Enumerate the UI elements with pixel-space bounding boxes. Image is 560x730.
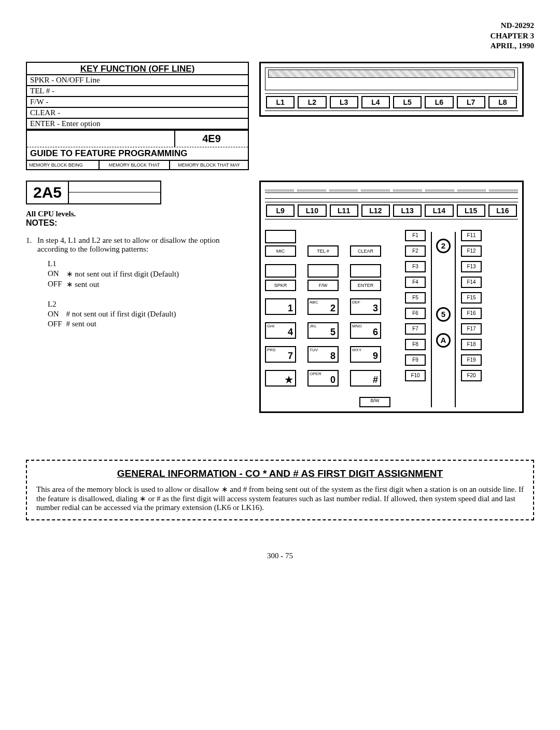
f-key[interactable]: F15 (461, 292, 482, 304)
line-button[interactable]: L16 (488, 204, 517, 217)
kf-guide: GUIDE TO FEATURE PROGRAMMING (27, 147, 248, 160)
line-button[interactable]: L1 (266, 96, 295, 108)
enter-key[interactable]: ENTER (350, 280, 381, 291)
dial-key-3[interactable]: DEF3 (350, 298, 381, 315)
doc-header: ND-20292 CHAPTER 3 APRIL, 1990 (26, 21, 534, 51)
fw-key[interactable]: F/W (307, 280, 339, 291)
line-button[interactable]: L13 (393, 204, 422, 217)
dial-key-4[interactable]: GHI4 (265, 322, 296, 339)
f-key[interactable]: F13 (461, 261, 482, 272)
f-key[interactable]: F18 (461, 339, 482, 350)
f-column-left: F1 F2 F3 F4 F5 F6 F7 F8 F9 F10 (405, 230, 426, 407)
page-number: 300 - 75 (26, 552, 534, 560)
option-table: L1 ON∗ not sent out if first digit (Defa… (48, 259, 183, 329)
circle-5[interactable]: 5 (436, 307, 451, 322)
lcd-display (265, 67, 518, 90)
opt-head: L1 (48, 259, 66, 269)
opt-desc: ∗ not sent out if first digit (Default) (66, 269, 184, 279)
blank-key[interactable] (265, 230, 296, 243)
general-info-title: GENERAL INFORMATION - CO * AND # AS FIRS… (36, 468, 524, 479)
f-key[interactable]: F5 (405, 292, 426, 304)
line-button[interactable]: L7 (457, 96, 485, 108)
kf-mem1: MEMORY BLOCK BEING (27, 161, 100, 169)
key-function-title: KEY FUNCTION (OFF LINE) (27, 63, 248, 75)
f-key[interactable]: F7 (405, 323, 426, 335)
clear-key[interactable]: CLEAR (350, 245, 381, 257)
f-key[interactable]: F8 (405, 339, 426, 350)
line-button[interactable]: L12 (361, 204, 390, 217)
opt-label: OFF (48, 319, 66, 329)
kf-line: F/W - (27, 97, 248, 108)
dial-key-5[interactable]: JKL5 (307, 322, 339, 339)
bw-key[interactable]: B/W (359, 397, 390, 407)
notes-heading: NOTES: (26, 218, 249, 228)
line-button[interactable]: L10 (298, 204, 326, 217)
dial-key-hash[interactable]: # (350, 370, 381, 387)
f-key[interactable]: F19 (461, 354, 482, 366)
line-button[interactable]: L5 (393, 96, 422, 108)
f-key[interactable]: F9 (405, 354, 426, 366)
dial-key-star[interactable]: ★ (265, 370, 296, 387)
line-button[interactable]: L4 (361, 96, 390, 108)
kf-line: SPKR - ON/OFF Line (27, 75, 248, 86)
general-info-body: This area of the memory block is used to… (36, 485, 524, 512)
tel-key[interactable]: TEL # (307, 245, 339, 257)
doc-id: ND-20292 (26, 21, 534, 31)
f-key[interactable]: F17 (461, 323, 482, 335)
phone-panel-top: L1 L2 L3 L4 L5 L6 L7 L8 (259, 62, 524, 117)
circle-a[interactable]: A (436, 333, 451, 348)
kf-mem2: MEMORY BLOCK THAT (100, 161, 170, 169)
f-key[interactable]: F4 (405, 277, 426, 288)
kf-line: CLEAR - (27, 108, 248, 119)
kf-code: 4E9 (175, 131, 248, 147)
f-key[interactable]: F10 (405, 370, 426, 381)
f-key[interactable]: F2 (405, 245, 426, 257)
dial-key-7[interactable]: PRS7 (265, 346, 296, 363)
blank-key[interactable] (265, 264, 296, 278)
line-button[interactable]: L8 (488, 96, 517, 108)
opt-label: ON (48, 309, 66, 319)
cpu-levels: All CPU levels. (26, 210, 249, 218)
dial-key-9[interactable]: WXY9 (350, 346, 381, 363)
dial-key-6[interactable]: MNO6 (350, 322, 381, 339)
line-button[interactable]: L6 (425, 96, 453, 108)
dial-key-2[interactable]: ABC2 (307, 298, 339, 315)
general-info-box: GENERAL INFORMATION - CO * AND # AS FIRS… (26, 460, 534, 520)
f-key[interactable]: F12 (461, 245, 482, 257)
doc-chapter: CHAPTER 3 (26, 31, 534, 42)
section-code: 2A5 (26, 181, 68, 204)
line-button[interactable]: L3 (330, 96, 358, 108)
f-key[interactable]: F11 (461, 230, 482, 241)
opt-label: OFF (48, 279, 66, 290)
section-code-empty (68, 181, 161, 204)
dial-key-8[interactable]: TUV8 (307, 346, 339, 363)
mic-key[interactable]: MIC (265, 245, 296, 257)
line-button-row: L1 L2 L3 L4 L5 L6 L7 L8 (265, 93, 518, 111)
lcd-line (268, 70, 515, 78)
blank-key[interactable] (350, 264, 381, 278)
f-key[interactable]: F16 (461, 308, 482, 319)
circle-2[interactable]: 2 (436, 239, 451, 253)
dial-key-1[interactable]: 1 (265, 298, 296, 315)
section-code-box: 2A5 (26, 181, 249, 204)
dial-key-0[interactable]: OPER0 (307, 370, 339, 387)
f-column-right: F11 F12 F13 F14 F15 F16 F17 F18 F19 F20 (461, 230, 482, 407)
line-button[interactable]: L11 (330, 204, 358, 217)
line-button[interactable]: L9 (266, 204, 295, 217)
kf-empty-cell (27, 131, 175, 147)
blank-key[interactable] (307, 264, 339, 278)
f-key[interactable]: F6 (405, 308, 426, 319)
f-key[interactable]: F3 (405, 261, 426, 272)
f-key[interactable]: F1 (405, 230, 426, 241)
line-button[interactable]: L14 (425, 204, 453, 217)
f-key[interactable]: F14 (461, 277, 482, 288)
phone-panel-bottom: L9 L10 L11 L12 L13 L14 L15 L16 MIC TEL #… (259, 181, 524, 413)
circle-column: 2 5 A (431, 232, 456, 407)
spkr-key[interactable]: SPKR (265, 280, 296, 291)
opt-label: ON (48, 269, 66, 279)
opt-desc: ∗ sent out (66, 279, 184, 290)
line-button-row: L9 L10 L11 L12 L13 L14 L15 L16 (265, 202, 518, 219)
f-key[interactable]: F20 (461, 370, 482, 381)
line-button[interactable]: L15 (457, 204, 485, 217)
line-button[interactable]: L2 (298, 96, 326, 108)
